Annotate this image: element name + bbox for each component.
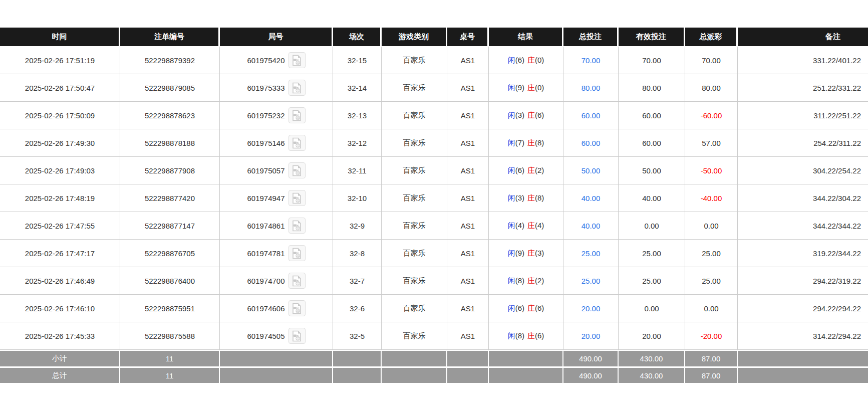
video-replay-button[interactable] <box>288 135 306 151</box>
player-result-label: 闲 <box>508 221 515 230</box>
result-cell: 闲(7)庄(8) <box>489 129 563 157</box>
round-cell: 601975057 <box>220 157 333 184</box>
video-replay-icon <box>292 220 302 232</box>
bet-id-cell: 522298876705 <box>120 240 220 267</box>
session-cell: 32-12 <box>333 129 382 157</box>
round-number: 601975333 <box>247 84 284 92</box>
round-cell: 601975420 <box>220 47 333 74</box>
game-type-cell: 百家乐 <box>382 47 447 74</box>
table-no-cell: AS1 <box>447 184 489 212</box>
bet-id-cell: 522298878623 <box>120 102 220 129</box>
total-payout-cell: 25.00 <box>685 240 738 267</box>
player-result-label: 闲 <box>508 166 515 174</box>
player-result-label: 闲 <box>508 249 515 257</box>
round-cell: 601974947 <box>220 184 333 212</box>
bet-id-cell: 522298875951 <box>120 295 220 322</box>
col-header-valid-bet: 有效投注 <box>619 28 685 47</box>
total-payout-cell: 25.00 <box>685 267 738 295</box>
video-replay-button[interactable] <box>288 107 306 123</box>
remark-cell: 344.22/304.22 <box>738 184 868 212</box>
bet-id-cell: 522298876400 <box>120 267 220 295</box>
valid-bet-cell: 40.00 <box>619 184 685 212</box>
video-replay-button[interactable] <box>288 328 306 344</box>
total-bet-link[interactable]: 40.00 <box>582 194 601 203</box>
banker-result-label: 庄 <box>527 193 535 202</box>
total-bet-link[interactable]: 50.00 <box>582 166 601 175</box>
round-cell: 601974700 <box>220 267 333 295</box>
total-bet-cell: 25.00 <box>563 240 619 267</box>
table-no-cell: AS1 <box>447 267 489 295</box>
total-bet-link[interactable]: 25.00 <box>582 249 601 258</box>
total-payout-cell: 80.00 <box>685 74 738 102</box>
banker-result-score: (3) <box>535 249 544 257</box>
time-cell: 2025-02-26 17:50:09 <box>0 102 120 129</box>
remark-cell: 304.22/254.22 <box>738 157 868 184</box>
player-result-score: (3) <box>515 193 524 202</box>
time-cell: 2025-02-26 17:47:17 <box>0 240 120 267</box>
total-result-cell <box>489 366 563 383</box>
game-type-cell: 百家乐 <box>382 267 447 295</box>
valid-bet-cell: 70.00 <box>619 47 685 74</box>
video-replay-button[interactable] <box>288 218 306 234</box>
total-bet-link[interactable]: 20.00 <box>582 332 601 340</box>
video-replay-icon <box>292 82 302 94</box>
player-result-label: 闲 <box>508 83 515 92</box>
player-result-score: (7) <box>515 138 524 147</box>
total-bet-link[interactable]: 70.00 <box>582 56 601 65</box>
result-cell: 闲(8)庄(6) <box>489 322 563 350</box>
banker-result-label: 庄 <box>527 56 535 64</box>
game-type-cell: 百家乐 <box>382 102 447 129</box>
video-replay-button[interactable] <box>288 52 306 68</box>
total-round-cell <box>220 366 333 383</box>
col-header-round-id: 局号 <box>220 28 333 47</box>
video-replay-button[interactable] <box>288 80 306 96</box>
subtotal-count: 11 <box>120 350 220 366</box>
table-no-cell: AS1 <box>447 295 489 322</box>
video-replay-button[interactable] <box>288 245 306 261</box>
total-bet-cell: 60.00 <box>563 129 619 157</box>
valid-bet-cell: 60.00 <box>619 129 685 157</box>
col-header-table-no: 桌号 <box>447 28 489 47</box>
video-replay-icon <box>292 55 302 66</box>
total-bet-link[interactable]: 80.00 <box>582 84 601 92</box>
video-replay-button[interactable] <box>288 190 306 206</box>
remark-cell: 311.22/251.22 <box>738 102 868 129</box>
remark-cell: 294.22/319.22 <box>738 267 868 295</box>
total-table-no-cell <box>447 366 489 383</box>
player-result-score: (8) <box>515 276 524 285</box>
result-cell: 闲(6)庄(6) <box>489 295 563 322</box>
valid-bet-cell: 25.00 <box>619 240 685 267</box>
total-bet-link[interactable]: 20.00 <box>582 304 601 313</box>
video-replay-button[interactable] <box>288 273 306 289</box>
video-replay-icon <box>292 248 302 259</box>
total-bet-link[interactable]: 40.00 <box>582 222 601 230</box>
total-bet-cell: 25.00 <box>563 267 619 295</box>
session-cell: 32-7 <box>333 267 382 295</box>
total-bet-link[interactable]: 25.00 <box>582 277 601 285</box>
banker-result-label: 庄 <box>527 166 535 174</box>
time-cell: 2025-02-26 17:45:33 <box>0 322 120 350</box>
total-bet-cell: 40.00 <box>563 212 619 240</box>
total-bet-link[interactable]: 60.00 <box>582 139 601 147</box>
video-replay-button[interactable] <box>288 300 306 316</box>
total-payout-cell: -20.00 <box>685 322 738 350</box>
video-replay-icon <box>292 165 302 176</box>
col-header-total-payout: 总派彩 <box>685 28 738 47</box>
total-bet-link[interactable]: 60.00 <box>582 111 601 120</box>
video-replay-button[interactable] <box>288 162 306 178</box>
player-result-label: 闲 <box>508 56 515 64</box>
time-cell: 2025-02-26 17:49:30 <box>0 129 120 157</box>
bet-id-cell: 522298879392 <box>120 47 220 74</box>
player-result-score: (3) <box>515 111 524 119</box>
table-row: 2025-02-26 17:50:09522298878623601975232… <box>0 102 868 129</box>
video-replay-icon <box>292 275 302 287</box>
round-number: 601974781 <box>247 249 284 258</box>
total-payout-cell: 0.00 <box>685 212 738 240</box>
total-payout-cell: 57.00 <box>685 129 738 157</box>
subtotal-round-cell <box>220 350 333 366</box>
time-cell: 2025-02-26 17:46:49 <box>0 267 120 295</box>
round-number: 601975057 <box>247 166 284 175</box>
round-number: 601974861 <box>247 222 284 230</box>
bet-id-cell: 522298878188 <box>120 129 220 157</box>
remark-cell: 344.22/344.22 <box>738 212 868 240</box>
